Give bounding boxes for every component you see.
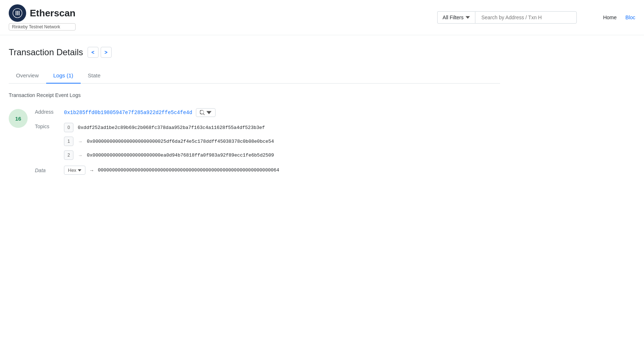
log-entry: 16 Address 0x1b285ffd0b19805947e7f285a92… [9,108,500,181]
tab-overview[interactable]: Overview [9,68,46,84]
data-hash: 0000000000000000000000000000000000000000… [98,167,279,173]
main-content: Transaction Details < > Overview Logs (1… [0,35,509,204]
chevron-down-icon [78,169,81,171]
topic-index-1: 1 [64,137,73,146]
tab-logs[interactable]: Logs (1) [46,68,81,84]
log-number-badge: 16 [9,109,28,128]
header-right: All Filters Home Bloc [437,11,635,24]
topic-index-0: 0 [64,123,73,132]
address-action-btn[interactable] [196,108,216,117]
topic-index-2: 2 [64,150,73,160]
data-arrow: → [89,167,94,173]
hex-format-dropdown[interactable]: Hex [64,166,85,175]
address-link[interactable]: 0x1b285ffd0b19805947e7f285a922d2ffe5c4fe… [64,110,192,116]
data-label: Data [35,167,64,173]
search-area: All Filters [437,11,577,24]
logo-area: Etherscan Rinkeby Testnet Network [9,4,76,31]
data-value-row: Hex → 0000000000000000000000000000000000… [64,166,279,175]
topic-hash-0: 0xddf252ad1be2c89b69c2b068fc378daa952ba7… [78,125,265,130]
topics-row: Topics 0 0xddf252ad1be2c89b69c2b068fc378… [35,123,500,160]
tab-state[interactable]: State [81,68,108,84]
log-details: Address 0x1b285ffd0b19805947e7f285a922d2… [35,108,500,181]
svg-rect-3 [19,11,20,16]
next-arrow[interactable]: > [101,47,112,58]
address-label: Address [35,108,64,115]
topic-arrow-2: → [78,153,82,158]
topic-row-2: 2 → 0x000000000000000000000000ea0d94b768… [64,150,274,160]
tabs: Overview Logs (1) State [9,68,500,84]
topic-row-0: 0 0xddf252ad1be2c89b69c2b068fc378daa952b… [64,123,274,132]
topic-arrow-1: → [78,139,82,144]
section-label: Transaction Receipt Event Logs [9,92,500,98]
nav-links: Home Bloc [603,15,635,20]
nav-blocks[interactable]: Bloc [625,15,635,20]
chevron-down-icon [206,110,212,115]
page-title: Transaction Details [9,47,83,57]
logo-text: Etherscan [30,8,76,19]
header: Etherscan Rinkeby Testnet Network All Fi… [0,0,644,35]
prev-arrow[interactable]: < [88,47,98,58]
nav-arrows: < > [88,47,112,58]
topic-hash-2: 0x000000000000000000000000ea0d94b76818ff… [87,153,274,158]
network-badge: Rinkeby Testnet Network [9,23,76,31]
nav-home[interactable]: Home [603,15,616,20]
logo-row: Etherscan [9,4,76,22]
chevron-down-icon [466,15,470,20]
address-value-row: 0x1b285ffd0b19805947e7f285a922d2ffe5c4fe… [64,108,216,117]
search-zoom-icon [200,110,205,115]
topics-area: 0 0xddf252ad1be2c89b69c2b068fc378daa952b… [64,123,274,160]
data-row: Data Hex → 00000000000000000000000000000… [35,166,500,175]
search-input[interactable] [475,11,577,24]
address-row: Address 0x1b285ffd0b19805947e7f285a922d2… [35,108,500,117]
svg-rect-1 [16,11,16,16]
topics-label: Topics [35,123,64,129]
svg-rect-2 [17,11,18,16]
filter-dropdown[interactable]: All Filters [437,11,475,24]
logo-icon [9,4,26,22]
page-title-row: Transaction Details < > [9,47,500,58]
topic-hash-1: 0x00000000000000000000000025df6da2f4e5c1… [87,139,274,144]
topic-row-1: 1 → 0x00000000000000000000000025df6da2f4… [64,137,274,146]
